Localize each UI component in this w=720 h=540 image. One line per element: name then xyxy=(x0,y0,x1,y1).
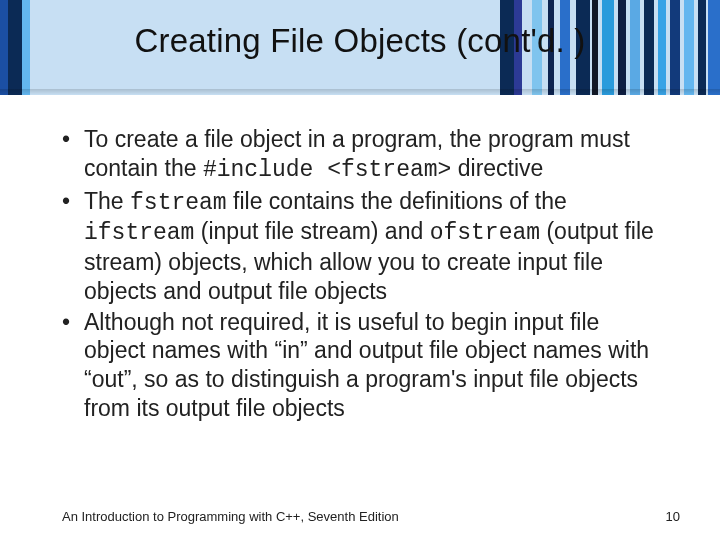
bullet-item: Although not required, it is useful to b… xyxy=(62,308,660,423)
bullet-list: To create a file object in a program, th… xyxy=(62,125,660,423)
text-span: Although not required, it is useful to b… xyxy=(84,309,649,421)
slide-body: To create a file object in a program, th… xyxy=(62,125,660,425)
footer-text: An Introduction to Programming with C++,… xyxy=(62,509,660,524)
page-number: 10 xyxy=(666,509,680,524)
bullet-item: To create a file object in a program, th… xyxy=(62,125,660,185)
slide-title: Creating File Objects (cont'd. ) xyxy=(0,22,720,60)
text-span: file contains the definitions of the xyxy=(227,188,567,214)
text-span: The xyxy=(84,188,130,214)
slide: Creating File Objects (cont'd. ) To crea… xyxy=(0,0,720,540)
code-span: ofstream xyxy=(430,220,540,246)
text-span: (input file stream) and xyxy=(194,218,429,244)
code-span: ifstream xyxy=(84,220,194,246)
code-span: fstream xyxy=(130,190,227,216)
bullet-item: The fstream file contains the definition… xyxy=(62,187,660,306)
text-span: directive xyxy=(451,155,543,181)
code-span: #include <fstream> xyxy=(203,157,451,183)
